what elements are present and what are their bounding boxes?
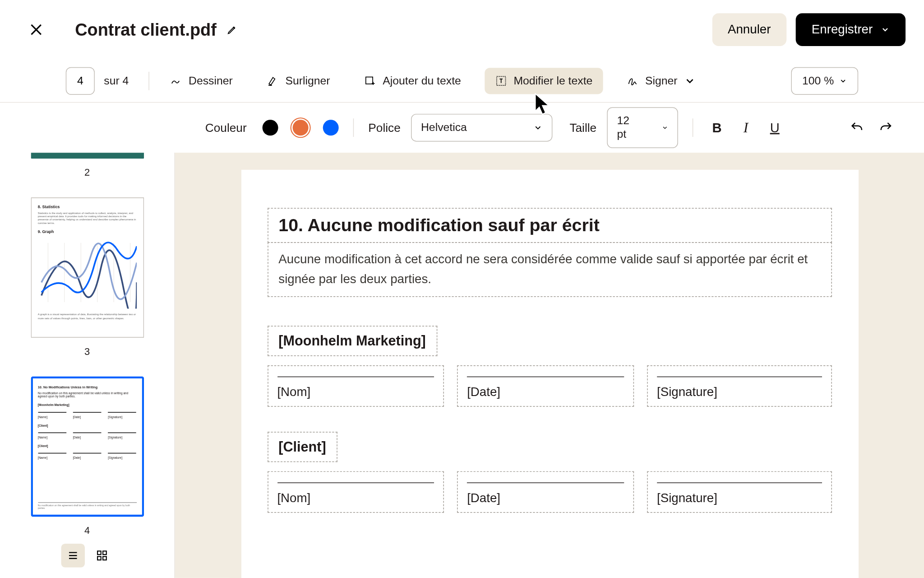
zoom-select[interactable]: 100 % bbox=[791, 67, 858, 94]
sign-icon bbox=[627, 75, 638, 86]
chevron-down-icon bbox=[661, 123, 668, 132]
document-page: 10. Aucune modification sauf par écrit A… bbox=[241, 170, 858, 578]
toolbar: sur 4 Dessiner Surligner Ajouter du text… bbox=[0, 59, 924, 103]
signature-field-date[interactable]: [Date] bbox=[457, 365, 634, 407]
main-area: 2 8. Statistics Statistics is the study … bbox=[0, 153, 924, 578]
chevron-down-icon bbox=[839, 77, 847, 84]
undo-button[interactable] bbox=[848, 118, 866, 137]
svg-rect-8 bbox=[97, 551, 101, 555]
page-total: sur 4 bbox=[104, 74, 129, 87]
tool-edittext[interactable]: Modifier le texte bbox=[485, 67, 603, 93]
chevron-down-icon bbox=[533, 123, 542, 132]
signature-row: [Nom] [Date] [Signature] bbox=[268, 365, 832, 407]
tool-highlight[interactable]: Surligner bbox=[256, 67, 341, 93]
text-block-heading[interactable]: 10. Aucune modification sauf par écrit bbox=[268, 208, 832, 243]
thumb3-chart bbox=[38, 237, 137, 309]
grid-icon bbox=[96, 550, 107, 561]
tool-addtext-label: Ajouter du texte bbox=[383, 74, 461, 87]
edit-filename-icon[interactable] bbox=[227, 24, 237, 35]
font-select[interactable]: Helvetica bbox=[411, 114, 552, 141]
document-canvas[interactable]: 10. Aucune modification sauf par écrit A… bbox=[175, 153, 924, 578]
thumb4-party1: [Moonhelm Marketing] bbox=[38, 403, 137, 406]
close-icon[interactable] bbox=[29, 23, 43, 37]
svg-rect-11 bbox=[102, 556, 106, 560]
text-block-body[interactable]: Aucune modification à cet accord ne sera… bbox=[268, 242, 832, 297]
view-list-button[interactable] bbox=[61, 544, 84, 567]
thumb4-footer: No modification on this agreement shall … bbox=[38, 502, 137, 509]
thumb3-caption: A graph is a visual representation of da… bbox=[38, 313, 137, 320]
thumb4-party2b: [Client] bbox=[38, 444, 137, 447]
view-grid-button[interactable] bbox=[90, 544, 113, 567]
tool-edittext-label: Modifier le texte bbox=[513, 74, 592, 87]
zoom-value: 100 % bbox=[802, 74, 834, 87]
undo-icon bbox=[850, 121, 864, 135]
signature-field-name[interactable]: [Nom] bbox=[268, 365, 444, 407]
thumb4-heading: 10. No Modifications Unless in Writing bbox=[38, 385, 137, 389]
thumb3-heading: 8. Statistics bbox=[38, 205, 137, 209]
tool-sign[interactable]: Signer bbox=[616, 67, 707, 93]
add-text-icon bbox=[364, 75, 376, 86]
color-swatch-blue[interactable] bbox=[323, 120, 339, 135]
chevron-down-icon bbox=[684, 75, 696, 86]
underline-button[interactable]: U bbox=[766, 118, 784, 137]
tool-highlight-label: Surligner bbox=[285, 74, 330, 87]
font-value: Helvetica bbox=[421, 121, 467, 134]
divider bbox=[353, 118, 354, 137]
thumbnail-number: 3 bbox=[84, 345, 90, 357]
save-button-label: Enregistrer bbox=[812, 23, 873, 37]
thumbnail-page-2[interactable] bbox=[31, 153, 144, 158]
redo-button[interactable] bbox=[877, 118, 895, 137]
page-nav: sur 4 bbox=[66, 67, 129, 94]
format-bar: Couleur Police Helvetica Taille 12 pt B … bbox=[0, 103, 924, 153]
divider bbox=[148, 71, 149, 90]
page-input[interactable] bbox=[66, 67, 95, 94]
filename: Contrat client.pdf bbox=[75, 19, 217, 40]
size-label: Taille bbox=[569, 121, 596, 135]
size-select[interactable]: 12 pt bbox=[607, 107, 678, 148]
italic-button[interactable]: I bbox=[737, 118, 755, 137]
svg-rect-0 bbox=[366, 77, 373, 84]
thumbnail-page-4[interactable]: 10. No Modifications Unless in Writing N… bbox=[31, 376, 144, 517]
thumb4-body: No modification on this agreement shall … bbox=[38, 392, 137, 398]
scribble-icon bbox=[170, 75, 182, 86]
color-label: Couleur bbox=[205, 121, 247, 135]
signature-row: [Nom] [Date] [Signature] bbox=[268, 471, 832, 513]
list-icon bbox=[67, 550, 79, 561]
header: Contrat client.pdf Annuler Enregistrer bbox=[0, 0, 924, 59]
tool-draw-label: Dessiner bbox=[189, 74, 233, 87]
tool-sign-label: Signer bbox=[645, 74, 678, 87]
color-swatch-orange[interactable] bbox=[293, 120, 309, 135]
highlighter-icon bbox=[267, 75, 279, 86]
divider bbox=[693, 118, 693, 137]
signature-field-signature[interactable]: [Signature] bbox=[647, 365, 832, 407]
size-value: 12 pt bbox=[617, 115, 635, 141]
thumb3-heading2: 9. Graph bbox=[38, 230, 137, 234]
thumb4-party2: [Client] bbox=[38, 424, 137, 427]
thumbnail-page-3[interactable]: 8. Statistics Statistics is the study an… bbox=[31, 197, 144, 337]
signature-field-signature[interactable]: [Signature] bbox=[647, 471, 832, 513]
view-toggle bbox=[61, 536, 114, 567]
svg-rect-10 bbox=[97, 556, 101, 560]
cancel-button[interactable]: Annuler bbox=[712, 13, 786, 46]
text-block-party1[interactable]: [Moonhelm Marketing] bbox=[268, 326, 437, 356]
color-swatch-black[interactable] bbox=[263, 120, 278, 135]
text-block-party2[interactable]: [Client] bbox=[268, 432, 337, 462]
signature-field-date[interactable]: [Date] bbox=[457, 471, 634, 513]
tool-draw[interactable]: Dessiner bbox=[160, 67, 243, 93]
tool-addtext[interactable]: Ajouter du texte bbox=[354, 67, 471, 93]
thumb3-body: Statistics is the study and application … bbox=[38, 211, 137, 224]
save-button[interactable]: Enregistrer bbox=[796, 13, 906, 46]
chevron-down-icon bbox=[881, 25, 890, 34]
font-label: Police bbox=[368, 121, 400, 135]
edit-text-icon bbox=[495, 75, 507, 86]
thumbnail-number: 4 bbox=[84, 525, 90, 536]
bold-button[interactable]: B bbox=[708, 118, 726, 137]
signature-field-name[interactable]: [Nom] bbox=[268, 471, 444, 513]
redo-icon bbox=[878, 121, 893, 135]
svg-rect-9 bbox=[102, 551, 106, 555]
thumbnail-sidebar: 2 8. Statistics Statistics is the study … bbox=[0, 153, 175, 578]
thumbnail-number: 2 bbox=[84, 166, 90, 177]
